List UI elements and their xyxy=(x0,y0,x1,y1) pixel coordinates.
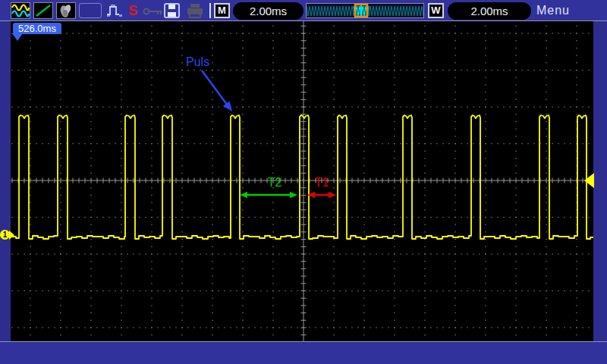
oscilloscope-screen: S M 2.00ms xyxy=(0,0,607,364)
pulse-mode-icon[interactable] xyxy=(105,3,125,22)
right-border-strip xyxy=(593,21,607,341)
save-floppy-glyph xyxy=(164,3,181,18)
delay-position-readout[interactable]: 526.0ms xyxy=(13,23,61,34)
lock-key-icon[interactable] xyxy=(143,6,164,20)
left-border-strip xyxy=(0,21,11,341)
toolbar-divider xyxy=(209,3,211,18)
main-timebase-badge: M xyxy=(214,3,230,18)
lock-key-glyph xyxy=(143,7,164,17)
t1-annotation-label: T1 xyxy=(310,176,333,190)
trigger-level-marker[interactable] xyxy=(584,173,594,188)
waveform-preview xyxy=(306,3,424,18)
channels-icon[interactable] xyxy=(11,2,30,19)
window-timebase-readout: 2.00ms xyxy=(448,2,531,20)
print-glyph xyxy=(185,3,205,18)
channels-icon-glyph xyxy=(11,3,30,18)
pulse-annotation-label: Puls xyxy=(186,55,209,69)
line-tool-icon[interactable] xyxy=(33,2,53,19)
channel1-ground-marker-tip xyxy=(9,231,14,240)
hand-icon[interactable] xyxy=(56,2,76,19)
bottom-status-bar: DC 20 1.00V CH1 1.52V 0.00000Hz 3-May-14… xyxy=(0,341,607,364)
waveform-canvas xyxy=(0,21,607,341)
hand-icon-glyph xyxy=(57,3,75,18)
pulse-mode-glyph xyxy=(105,3,125,19)
line-tool-glyph xyxy=(34,3,52,18)
waveform-display: 526.0ms Puls T2 T1 xyxy=(0,21,607,341)
t2-annotation-label: T2 xyxy=(263,176,286,190)
save-icon[interactable] xyxy=(164,3,181,21)
top-toolbar: S M 2.00ms xyxy=(0,0,607,21)
empty-toolbar-button[interactable] xyxy=(79,3,102,18)
single-seq-indicator[interactable]: S xyxy=(128,2,138,19)
waveform-preview-glyph xyxy=(307,4,423,17)
delay-position-marker[interactable] xyxy=(12,33,23,41)
menu-button[interactable]: Menu xyxy=(530,4,577,17)
window-timebase-badge: W xyxy=(428,3,444,18)
main-timebase-readout: 2.00ms xyxy=(233,2,304,20)
print-icon[interactable] xyxy=(185,3,205,21)
